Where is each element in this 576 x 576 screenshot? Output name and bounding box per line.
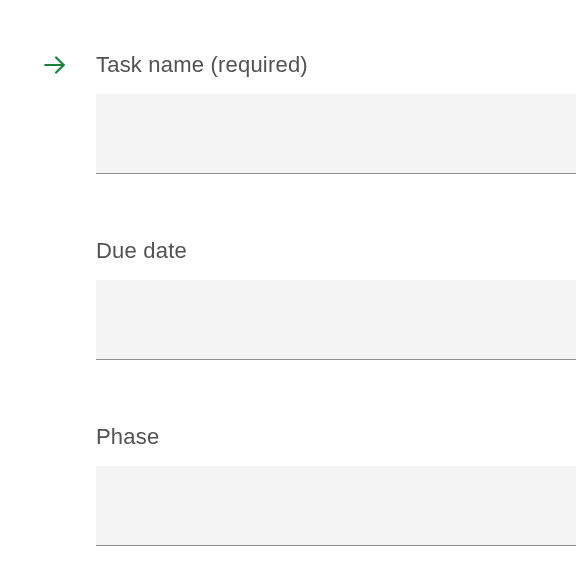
due-date-field: Due date: [42, 238, 576, 360]
label-row: Due date: [42, 238, 576, 264]
arrow-right-icon: [42, 52, 68, 78]
phase-input[interactable]: [96, 466, 576, 546]
phase-label: Phase: [96, 424, 159, 450]
task-name-field: Task name (required): [42, 52, 576, 174]
task-name-input[interactable]: [96, 94, 576, 174]
input-wrapper: [96, 94, 576, 174]
label-row: Task name (required): [42, 52, 576, 78]
due-date-input[interactable]: [96, 280, 576, 360]
input-wrapper: [96, 280, 576, 360]
form-container: Task name (required) Due date Phase: [0, 0, 576, 546]
label-row: Phase: [42, 424, 576, 450]
task-name-label: Task name (required): [96, 52, 308, 78]
input-wrapper: [96, 466, 576, 546]
phase-field: Phase: [42, 424, 576, 546]
due-date-label: Due date: [96, 238, 187, 264]
